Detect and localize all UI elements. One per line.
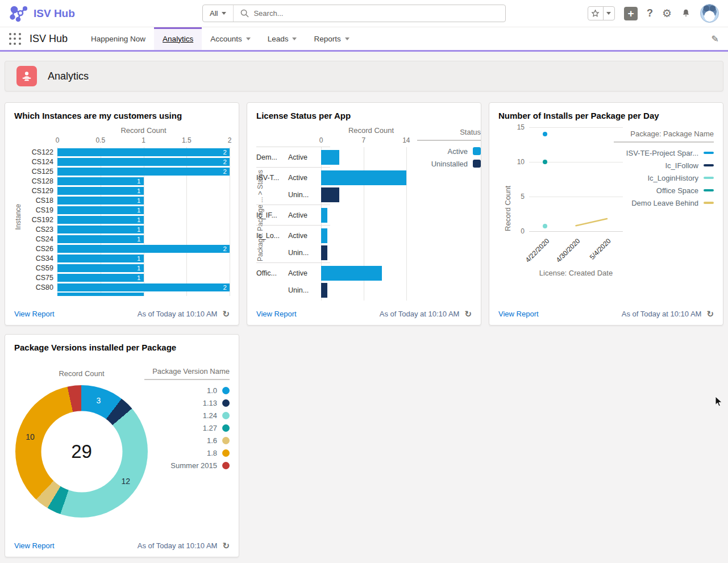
legend-item[interactable]: 1.24 xyxy=(144,409,230,422)
legend-item[interactable]: Summer 2015 xyxy=(144,459,230,472)
company-logo: ISV Hub xyxy=(9,4,75,23)
bar[interactable]: 1 xyxy=(57,274,144,282)
legend-item[interactable]: Demo Leave Behind xyxy=(614,197,714,209)
category-label: CS80 xyxy=(14,283,57,291)
bar[interactable] xyxy=(321,170,406,185)
legend-item[interactable]: Active xyxy=(417,145,481,157)
legend-item[interactable]: 1.27 xyxy=(144,422,230,434)
slice-value-label: 12 xyxy=(122,477,131,486)
tab-analytics[interactable]: Analytics xyxy=(154,27,202,50)
legend-item[interactable]: 1.8 xyxy=(144,447,230,459)
view-report-link[interactable]: View Report xyxy=(256,310,297,318)
bar[interactable] xyxy=(321,208,327,223)
data-point[interactable] xyxy=(543,132,547,136)
instances-bar-chart: Record Count00.511.52InstanceCS1222CS124… xyxy=(14,126,230,296)
legend-item[interactable]: 1.6 xyxy=(144,434,230,447)
data-point[interactable] xyxy=(543,160,547,164)
bar[interactable]: 1 xyxy=(57,255,144,262)
bar[interactable]: 1 xyxy=(57,187,144,195)
category-label: CS122 xyxy=(14,148,57,156)
category-label: CS18 xyxy=(14,197,57,205)
notifications-bell-icon[interactable] xyxy=(681,8,691,19)
dashboard-icon xyxy=(16,66,37,86)
status-label: Active xyxy=(288,174,321,182)
bar[interactable]: 1 xyxy=(57,235,144,243)
category-label: CS19 xyxy=(14,206,57,214)
chevron-down-icon xyxy=(606,12,611,15)
legend-item[interactable]: 1.0 xyxy=(144,384,230,397)
bar[interactable]: 2 xyxy=(57,283,230,291)
x-axis-tick: 4/22/2020 xyxy=(523,237,551,264)
bar[interactable]: 1 xyxy=(57,216,144,224)
tab-reports[interactable]: Reports xyxy=(305,27,357,50)
status-label: Active xyxy=(288,211,321,219)
bar-row: CS262 xyxy=(14,244,230,253)
data-point[interactable] xyxy=(543,224,547,228)
view-report-link[interactable]: View Report xyxy=(498,310,539,318)
search-scope-selector[interactable]: All xyxy=(203,5,234,22)
favorites-star-button[interactable] xyxy=(588,7,604,20)
legend-item[interactable]: ISV-TE-Project Spar... xyxy=(614,147,714,159)
bar[interactable] xyxy=(321,245,327,260)
bar-value-label: 1 xyxy=(137,236,143,243)
tab-happening-now[interactable]: Happening Now xyxy=(82,27,154,50)
tab-leads[interactable]: Leads xyxy=(259,27,306,50)
bar[interactable] xyxy=(57,293,144,296)
legend-item[interactable]: Uninstalled xyxy=(417,157,481,170)
tab-accounts[interactable]: Accounts xyxy=(202,27,259,50)
bar[interactable]: 2 xyxy=(57,158,230,166)
bar[interactable]: 2 xyxy=(57,245,230,253)
y-axis-title: Record Count xyxy=(503,127,512,231)
category-label: CS75 xyxy=(14,274,57,282)
donut[interactable]: 3121029 xyxy=(15,385,148,518)
bar[interactable]: 1 xyxy=(57,206,144,214)
legend-swatch xyxy=(704,189,714,191)
bar-value-label: 2 xyxy=(223,159,230,165)
donut-subtitle: Record Count xyxy=(15,369,148,378)
bar[interactable]: 1 xyxy=(57,264,144,272)
view-report-link[interactable]: View Report xyxy=(14,541,55,550)
bar-value-label: 1 xyxy=(137,197,143,204)
bar-group: Ic_IF...Active xyxy=(256,205,472,226)
bar[interactable]: 2 xyxy=(57,148,230,156)
user-avatar[interactable] xyxy=(700,4,719,23)
bar[interactable]: 1 xyxy=(57,197,144,205)
refresh-icon[interactable]: ↻ xyxy=(222,310,230,318)
x-axis-tick: 4/30/2020 xyxy=(555,237,582,264)
x-axis-tick: 2 xyxy=(228,136,232,144)
x-axis-tick: 0 xyxy=(319,136,323,144)
legend-item[interactable]: 1.13 xyxy=(144,397,230,409)
search-input[interactable] xyxy=(253,9,505,18)
bar-row: Active xyxy=(288,227,472,244)
bar[interactable] xyxy=(321,228,327,243)
setup-gear-icon[interactable]: ⚙ xyxy=(662,8,672,19)
bar[interactable] xyxy=(321,266,382,281)
page-title: Analytics xyxy=(48,70,89,82)
global-actions-button[interactable]: + xyxy=(624,7,638,20)
legend-item[interactable]: Office Space xyxy=(614,184,714,197)
bar[interactable] xyxy=(321,187,339,202)
bar[interactable] xyxy=(321,150,339,165)
bar-row: CS802 xyxy=(14,282,230,292)
legend-item[interactable]: Ic_IFollow xyxy=(614,159,714,172)
bar[interactable]: 1 xyxy=(57,177,144,185)
global-search[interactable]: All xyxy=(202,5,506,22)
bar[interactable] xyxy=(321,283,327,298)
view-report-link[interactable]: View Report xyxy=(14,310,55,318)
legend-item[interactable]: Ic_LoginHistory xyxy=(614,172,714,184)
refresh-icon[interactable]: ↻ xyxy=(464,310,472,318)
app-launcher-waffle-icon[interactable] xyxy=(9,33,22,45)
license-status-bar-chart: Record Count0714Package: Package ... > S… xyxy=(256,126,472,301)
refresh-icon[interactable]: ↻ xyxy=(706,310,714,318)
favorites-dropdown-button[interactable] xyxy=(604,7,614,20)
refresh-icon[interactable]: ↻ xyxy=(222,541,230,550)
x-axis-tick: 0.5 xyxy=(95,136,105,144)
y-axis-tick: 0 xyxy=(521,227,525,235)
bar[interactable]: 2 xyxy=(57,168,230,176)
bar-row: Active xyxy=(288,207,472,224)
edit-page-pencil-icon[interactable]: ✎ xyxy=(712,34,719,44)
category-label: CS23 xyxy=(14,226,57,233)
bar[interactable]: 1 xyxy=(57,226,144,233)
help-icon[interactable]: ? xyxy=(647,7,653,19)
legend-swatch xyxy=(222,462,230,469)
